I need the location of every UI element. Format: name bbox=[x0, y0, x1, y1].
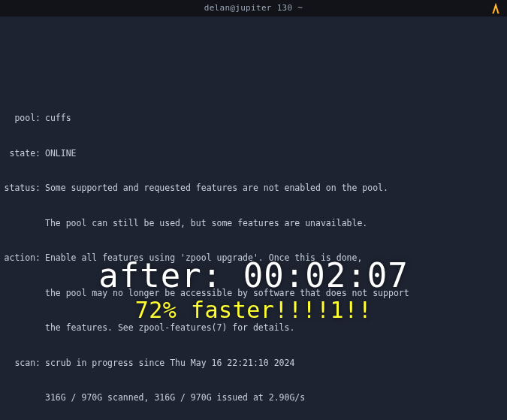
scan-line: scrub in progress since Thu May 16 22:21… bbox=[45, 358, 504, 370]
value-pool: cuffs bbox=[45, 113, 504, 125]
terminal-output[interactable]: pool:cuffs state:ONLINE status:Some supp… bbox=[0, 17, 507, 420]
window-title: delan@jupiter 130 ~ bbox=[204, 3, 303, 14]
label-state: state: bbox=[3, 148, 45, 160]
alacritty-logo-icon bbox=[489, 2, 502, 15]
status-line: The pool can still be used, but some fea… bbox=[45, 218, 504, 230]
action-line: the pool may no longer be accessible by … bbox=[45, 288, 504, 300]
window-titlebar[interactable]: delan@jupiter 130 ~ bbox=[0, 0, 507, 17]
label-scan: scan: bbox=[3, 358, 45, 370]
action-line: the features. See zpool-features(7) for … bbox=[45, 322, 504, 334]
label-action: action: bbox=[3, 252, 45, 264]
scan-line: 316G / 970G scanned, 316G / 970G issued … bbox=[45, 392, 504, 404]
label-pool: pool: bbox=[3, 113, 45, 125]
action-line: Enable all features using 'zpool upgrade… bbox=[45, 252, 504, 264]
value-state: ONLINE bbox=[45, 148, 504, 160]
status-line: Some supported and requested features ar… bbox=[45, 183, 504, 195]
label-status: status: bbox=[3, 183, 45, 195]
